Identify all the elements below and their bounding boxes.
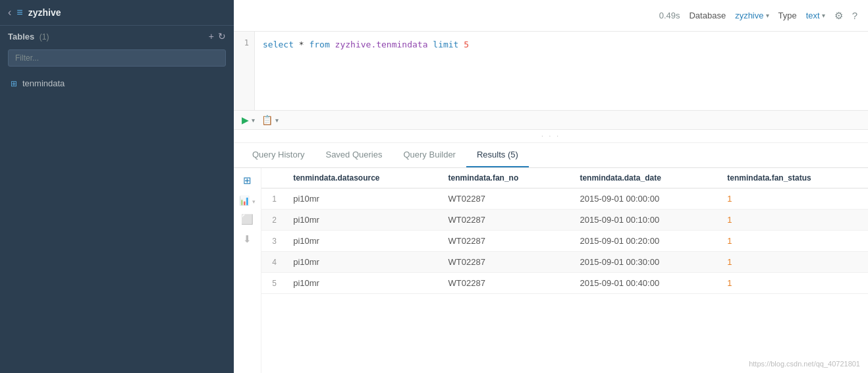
table-row: 5 pi10mr WT02287 2015-09-01 00:40:00 1 [261,273,868,294]
row-num-4: 4 [261,252,283,273]
cell-fan-status-5: 1 [717,273,868,294]
chart-icon: 📊 [239,196,250,206]
database-value: zyzhive [735,11,763,20]
tables-header: Tables (1) + ↻ [0,26,234,47]
run-chevron-icon: ▾ [252,117,255,124]
col-fan-no-header: tenmindata.fan_no [438,168,570,188]
side-icons: ⊞ 📊 ▾ ⬜ ⬇ [234,168,261,373]
query-timing: 0.49s [659,11,680,20]
table-row: 2 pi10mr WT02287 2015-09-01 00:10:00 1 [261,210,868,231]
tables-actions: + ↻ [209,31,226,42]
chart-view-button[interactable]: 📊 ▾ [238,193,257,207]
col-datasource-header: tenmindata.datasource [283,168,437,188]
tables-label: Tables [8,32,34,42]
tabs-bar: Query History Saved Queries Query Builde… [234,143,868,168]
cell-datasource-5: pi10mr [283,273,437,294]
cell-datasource-4: pi10mr [283,252,437,273]
sql-limit-keyword: limit [433,40,458,49]
cell-data-date-1: 2015-09-01 00:00:00 [569,188,717,210]
db-name: zyzhive [28,7,61,18]
row-num-2: 2 [261,210,283,231]
col-rownum-header [261,168,283,188]
table-name: tenmindata [22,78,65,88]
sql-table-name: zyzhive.tenmindata [335,40,433,49]
cell-fan-status-3: 1 [717,231,868,252]
save-query-button[interactable]: 📋 ▾ [261,115,279,125]
cell-datasource-1: pi10mr [283,188,437,210]
run-icon: ▶ [242,115,249,125]
results-table: tenmindata.datasource tenmindata.fan_no … [261,168,868,294]
cell-fan-no-5: WT02287 [438,273,570,294]
cell-datasource-3: pi10mr [283,231,437,252]
refresh-tables-button[interactable]: ↻ [218,31,226,42]
run-button[interactable]: ▶ ▾ [242,115,255,125]
tab-results[interactable]: Results (5) [466,143,529,167]
sidebar-header: ‹ ≡ zyzhive [0,0,234,26]
table-scroll-area[interactable]: tenmindata.datasource tenmindata.fan_no … [261,168,868,373]
grid-view-button[interactable]: ⊞ [242,173,253,188]
download-button[interactable]: ⬇ [242,232,253,246]
cell-data-date-5: 2015-09-01 00:40:00 [569,273,717,294]
cell-fan-no-3: WT02287 [438,231,570,252]
cell-fan-no-1: WT02287 [438,188,570,210]
col-data-date-header: tenmindata.data_date [569,168,717,188]
sidebar: ‹ ≡ zyzhive Tables (1) + ↻ ⊞ tenmindata [0,0,234,373]
table-row: 3 pi10mr WT02287 2015-09-01 00:20:00 1 [261,231,868,252]
cell-data-date-3: 2015-09-01 00:20:00 [569,231,717,252]
tab-saved-queries[interactable]: Saved Queries [315,143,393,167]
type-value: text [806,11,820,20]
results-container: ⊞ 📊 ▾ ⬜ ⬇ tenmindata.datasource tenminda… [234,168,868,373]
split-view-button[interactable]: ⬜ [240,212,255,227]
tab-query-builder[interactable]: Query Builder [393,143,466,167]
type-chevron-icon: ▾ [822,12,825,19]
cell-fan-status-4: 1 [717,252,868,273]
main-area: 0.49s Database zyzhive ▾ Type text ▾ ⚙ ?… [234,0,868,373]
row-num-5: 5 [261,273,283,294]
database-label: Database [689,11,726,20]
chart-chevron-icon: ▾ [252,198,256,205]
editor-area: 1 select * from zyzhive.tenmindata limit… [234,32,868,111]
type-select[interactable]: text ▾ [806,11,825,20]
cell-datasource-2: pi10mr [283,210,437,231]
sql-star: * [299,40,310,49]
cell-fan-no-2: WT02287 [438,210,570,231]
tab-query-history-label: Query History [252,150,304,159]
save-chevron-icon: ▾ [275,117,279,124]
database-select[interactable]: zyzhive ▾ [735,11,769,20]
cell-data-date-4: 2015-09-01 00:30:00 [569,252,717,273]
tables-count: (1) [40,32,49,42]
editor-content[interactable]: select * from zyzhive.tenmindata limit 5 [255,32,868,110]
tab-query-history[interactable]: Query History [242,143,315,167]
row-num-1: 1 [261,188,283,210]
database-chevron-icon: ▾ [766,12,769,19]
sql-from-keyword: from [309,40,329,49]
editor-toolbar: ▶ ▾ 📋 ▾ [234,111,868,130]
table-row: 4 pi10mr WT02287 2015-09-01 00:30:00 1 [261,252,868,273]
cell-fan-status-1: 1 [717,188,868,210]
sql-select-keyword: select [263,40,294,49]
back-icon[interactable]: ‹ [8,7,11,18]
tab-query-builder-label: Query Builder [403,150,455,159]
table-row: 1 pi10mr WT02287 2015-09-01 00:00:00 1 [261,188,868,210]
table-grid-icon: ⊞ [11,79,17,88]
table-header-row: tenmindata.datasource tenmindata.fan_no … [261,168,868,188]
top-bar: 0.49s Database zyzhive ▾ Type text ▾ ⚙ ? [234,0,868,32]
row-num-3: 3 [261,231,283,252]
drag-handle[interactable]: · · · [234,130,868,143]
tab-results-label: Results (5) [477,150,518,159]
settings-icon[interactable]: ⚙ [834,10,843,22]
add-table-button[interactable]: + [209,31,214,42]
cell-fan-no-4: WT02287 [438,252,570,273]
table-item-tenmindata[interactable]: ⊞ tenmindata [0,74,234,92]
help-icon[interactable]: ? [852,10,857,21]
table-list: ⊞ tenmindata [0,72,234,95]
line-number-1: 1 [244,38,249,47]
line-numbers: 1 [234,32,255,110]
tab-saved-queries-label: Saved Queries [325,150,382,159]
sql-limit-value: 5 [464,40,469,49]
filter-input[interactable] [8,49,226,67]
db-icon: ≡ [16,7,22,18]
save-book-icon: 📋 [261,115,273,125]
tables-label-group: Tables (1) [8,32,49,42]
cell-fan-status-2: 1 [717,210,868,231]
